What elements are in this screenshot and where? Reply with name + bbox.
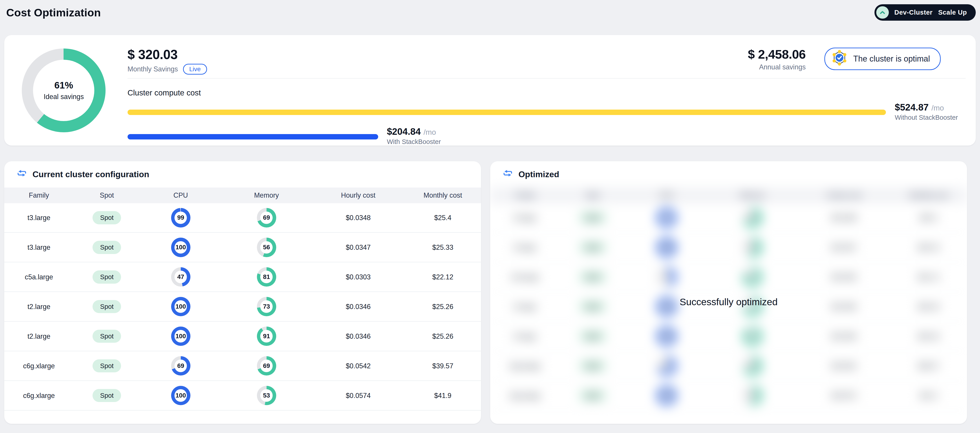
cpu-donut: 100 [171, 386, 191, 405]
cell-family: t3.large [4, 244, 73, 251]
cell-memory: 81 [707, 267, 798, 287]
cpu-donut: 100 [657, 237, 676, 257]
spot-badge: Spot [92, 389, 121, 402]
column-header-memory: Memory [221, 191, 312, 199]
cell-hourly-cost: $0.0542 [312, 362, 405, 370]
spot-badge: Spot [579, 241, 607, 254]
cell-monthly-cost: $22.12 [405, 273, 481, 281]
cell-monthly-cost: $25.33 [405, 244, 481, 251]
successfully-optimized-text: Successfully optimized [490, 296, 967, 307]
current-cluster-title: Current cluster configuration [33, 170, 150, 179]
cell-spot: Spot [73, 389, 140, 402]
cell-spot: Spot [559, 271, 626, 283]
metrics-row: $ 320.03 Monthly Savings Live $ 2,458.06… [127, 48, 966, 79]
memory-donut: 56 [743, 237, 762, 257]
compute-cost-title: Cluster compute cost [127, 89, 966, 97]
optimized-card: Optimized FamilySpotCPUMemoryHourly cost… [490, 161, 967, 424]
without-unit: /mo [931, 104, 944, 112]
spot-badge: Spot [579, 211, 607, 224]
memory-donut: 53 [743, 386, 762, 405]
current-cluster-title-row: Current cluster configuration [4, 161, 481, 188]
table-row: c5a.largeSpot4781$0.0303$22.12 [490, 262, 967, 292]
cell-hourly-cost: $0.0346 [312, 303, 405, 310]
memory-donut: 56 [257, 237, 276, 257]
with-stackbooster-label: $204.84 /mo With StackBooster [387, 127, 441, 146]
cell-memory: 81 [221, 267, 312, 287]
cell-family: c6g.xlarge [490, 392, 559, 400]
cell-family: c5a.large [4, 273, 73, 281]
spot-badge: Spot [579, 271, 607, 283]
table-row: c6g.xlargeSpot6969$0.0542$39.57 [490, 351, 967, 381]
table-header: FamilySpotCPUMemoryHourly costMonthly co… [4, 188, 481, 203]
cell-memory: 69 [707, 208, 798, 227]
cell-cpu: 99 [626, 208, 707, 227]
cell-cpu: 99 [140, 208, 221, 227]
annual-savings-amount: $ 2,458.06 [748, 48, 806, 61]
cell-cpu: 69 [626, 356, 707, 376]
cpu-donut: 100 [171, 297, 191, 316]
cell-cpu: 100 [140, 386, 221, 405]
cell-cpu: 100 [626, 326, 707, 346]
chevron-up-icon [876, 6, 889, 19]
cell-hourly-cost: $0.0303 [798, 273, 891, 281]
cpu-donut: 99 [657, 208, 676, 227]
cell-hourly-cost: $0.0303 [312, 273, 405, 281]
with-amount: $204.84 [387, 126, 421, 137]
cpu-donut: 100 [171, 237, 191, 257]
cell-cpu: 69 [140, 356, 221, 376]
spot-badge: Spot [92, 330, 121, 343]
current-cluster-table: FamilySpotCPUMemoryHourly costMonthly co… [4, 188, 481, 411]
memory-donut: 69 [743, 208, 762, 227]
column-header-spot: Spot [559, 191, 626, 199]
cell-monthly-cost: $25.26 [405, 303, 481, 310]
cell-monthly-cost: $25.26 [405, 333, 481, 340]
swap-arrows-icon [17, 168, 27, 181]
table-row: c6g.xlargeSpot10053$0.0574$41.9 [4, 381, 481, 411]
without-stackbooster-label: $524.87 /mo Without StackBooster [895, 103, 958, 122]
column-header-memory: Memory [707, 191, 798, 199]
cpu-donut: 69 [171, 356, 191, 376]
cell-hourly-cost: $0.0346 [798, 333, 891, 340]
cell-hourly-cost: $0.0348 [798, 214, 891, 222]
column-header-cpu: CPU [626, 191, 707, 199]
cell-spot: Spot [73, 271, 140, 283]
cpu-donut: 100 [171, 326, 191, 346]
column-header-monthly-cost: Monthly cost [405, 191, 481, 199]
cell-monthly-cost: $41.9 [891, 392, 967, 400]
memory-donut: 73 [257, 297, 276, 316]
cell-cpu: 100 [140, 326, 221, 346]
spot-badge: Spot [579, 330, 607, 343]
spot-badge: Spot [92, 359, 121, 373]
cell-cpu: 100 [626, 237, 707, 257]
cluster-scale-up-button[interactable]: Dev-Cluster Scale Up [875, 4, 976, 21]
memory-donut: 91 [743, 326, 762, 346]
hexagon-check-icon [831, 49, 848, 68]
cell-family: t3.large [490, 244, 559, 251]
cell-spot: Spot [73, 359, 140, 373]
cell-spot: Spot [559, 211, 626, 224]
cpu-donut: 47 [171, 267, 191, 287]
without-sublabel: Without StackBooster [895, 113, 958, 122]
savings-summary-card: 61% Ideal savings $ 320.03 Monthly Savin… [4, 35, 975, 146]
cpu-donut: 69 [657, 356, 676, 376]
spot-badge: Spot [92, 241, 121, 254]
column-header-family: Family [490, 191, 559, 199]
optimized-title: Optimized [519, 170, 559, 179]
cell-monthly-cost: $25.33 [891, 244, 967, 251]
cell-memory: 56 [707, 237, 798, 257]
table-header: FamilySpotCPUMemoryHourly costMonthly co… [490, 188, 967, 203]
ideal-savings-percent: 61% [54, 80, 73, 91]
spot-badge: Spot [92, 211, 121, 224]
memory-donut: 53 [257, 386, 276, 405]
cell-family: t2.large [4, 303, 73, 310]
cell-spot: Spot [73, 330, 140, 343]
memory-donut: 69 [257, 208, 276, 227]
cell-memory: 91 [221, 326, 312, 346]
live-badge: Live [183, 64, 207, 75]
column-header-monthly-cost: Monthly cost [891, 191, 967, 199]
cell-hourly-cost: $0.0348 [312, 214, 405, 222]
monthly-savings-block: $ 320.03 Monthly Savings Live [127, 48, 207, 75]
spot-badge: Spot [579, 359, 607, 373]
cell-monthly-cost: $41.9 [405, 392, 481, 400]
cell-family: c6g.xlarge [4, 362, 73, 370]
